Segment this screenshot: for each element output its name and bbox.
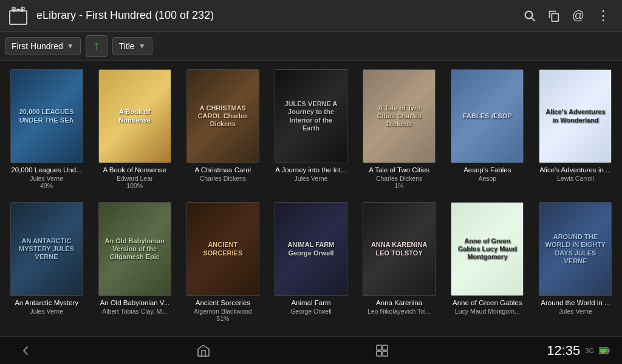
app-title: eLibrary - First Hundred (100 of 232) [36, 9, 518, 22]
book-title-label-b10: Ancient Sorceries [196, 299, 250, 308]
book-title-label-b8: An Antarctic Mystery [15, 299, 78, 308]
book-cover-b3: A CHRISTMAS CAROL Charles Dickens [186, 69, 259, 163]
cover-title-b1: 20,000 LEAGUES UNDER THE SEA [13, 106, 80, 126]
filter-dropdown[interactable]: First Hundred ▼ [5, 37, 81, 55]
book-title-label-b5: A Tale of Two Cities [369, 166, 429, 175]
back-button[interactable] [12, 337, 39, 364]
book-cover-b7: Alice's Adventures in Wonderland [539, 69, 612, 163]
battery-icon: ⚡ [599, 347, 610, 354]
chevron-down-icon-2: ▼ [138, 42, 146, 50]
app-icon [7, 5, 29, 27]
more-menu-button[interactable]: ⋮ [590, 4, 615, 28]
book-author-label-b12: Leo Nikolayevich Tol... [367, 308, 431, 315]
book-grid: 20,000 LEAGUES UNDER THE SEA20,000 Leagu… [0, 61, 622, 336]
book-author-label-b3: Charles Dickens [200, 175, 246, 182]
book-progress-label-b10: 51% [216, 315, 229, 322]
book-title-label-b2: A Book of Nonsense [103, 166, 166, 175]
sort-direction-button[interactable]: ↑ [86, 35, 108, 57]
svg-rect-8 [552, 13, 558, 21]
book-cover-b12: ANNA KARENINA LEO TOLSTOY [363, 202, 436, 296]
recents-button[interactable] [369, 337, 395, 364]
book-cover-b9: An Old Babylonian Version of the Gilgame… [98, 202, 171, 296]
book-title-label-b11: Animal Farm [291, 299, 330, 308]
book-cover-b13: Anne of Green Gables Lucy Maud Montgomer… [451, 202, 524, 296]
home-button[interactable] [190, 337, 217, 364]
book-title-label-b7: Alice's Adventures in ... [539, 166, 612, 175]
cover-title-b7: Alice's Adventures in Wonderland [542, 106, 609, 126]
book-item-b10[interactable]: ANCIENT SORCERIESAncient SorceriesAlgern… [179, 198, 267, 331]
book-cover-b11: ANIMAL FARM George Orwell [275, 202, 347, 296]
book-author-label-b1: Jules Verne [30, 175, 63, 182]
cover-title-b3: A CHRISTMAS CAROL Charles Dickens [190, 102, 256, 131]
book-title-label-b4: A Journey into the Int... [275, 166, 347, 175]
book-author-label-b11: George Orwell [290, 308, 332, 315]
book-author-label-b8: Jules Verne [30, 308, 63, 315]
book-title-label-b14: Around the World in ... [541, 299, 610, 308]
book-cover-b5: A Tale of Two Cities Charles Dickens [363, 69, 436, 163]
book-progress-label-b1: 49% [40, 182, 53, 189]
book-title-label-b9: An Old Babylonian V... [100, 299, 169, 308]
book-item-b3[interactable]: A CHRISTMAS CAROL Charles DickensA Chris… [179, 66, 267, 198]
cover-title-b9: An Old Babylonian Version of the Gilgame… [101, 235, 168, 264]
book-progress-label-b2: 100% [126, 182, 143, 189]
book-item-b11[interactable]: ANIMAL FARM George OrwellAnimal FarmGeor… [267, 198, 355, 331]
book-item-b5[interactable]: A Tale of Two Cities Charles DickensA Ta… [355, 66, 443, 198]
book-item-b4[interactable]: JULES VERNE A Journey to the Interior of… [267, 66, 355, 198]
book-author-label-b7: Lewis Carroll [557, 175, 594, 182]
book-item-b9[interactable]: An Old Babylonian Version of the Gilgame… [91, 198, 179, 331]
chevron-down-icon: ▼ [67, 42, 74, 50]
cover-title-b14: AROUND THE WORLD IN EIGHTY DAYS JULES VE… [542, 231, 609, 268]
book-cover-b6: FABLES ÆSOP [451, 69, 524, 163]
book-author-label-b5: Charles Dickens [376, 175, 422, 182]
book-item-b14[interactable]: AROUND THE WORLD IN EIGHTY DAYS JULES VE… [531, 198, 620, 331]
filter-label: First Hundred [12, 41, 63, 51]
cover-title-b8: AN ANTARCTIC MYSTERY JULES VERNE [13, 235, 80, 264]
network-label: 3G [585, 347, 594, 354]
cover-title-b11: ANIMAL FARM George Orwell [278, 238, 344, 259]
book-item-b8[interactable]: AN ANTARCTIC MYSTERY JULES VERNEAn Antar… [2, 198, 91, 331]
toolbar: First Hundred ▼ ↑ Title ▼ [0, 32, 622, 61]
book-item-b13[interactable]: Anne of Green Gables Lucy Maud Montgomer… [443, 198, 531, 331]
cover-title-b6: FABLES ÆSOP [460, 110, 514, 123]
nav-bar: 12:35 3G ⚡ [0, 336, 622, 364]
svg-line-7 [531, 18, 535, 21]
book-title-label-b12: Anna Karenina [376, 299, 422, 308]
book-cover-b10: ANCIENT SORCERIES [186, 202, 259, 296]
svg-rect-12 [377, 351, 381, 356]
svg-rect-0 [10, 11, 27, 24]
book-author-label-b9: Albert Tobias Clay, M... [102, 308, 167, 315]
book-cover-b14: AROUND THE WORLD IN EIGHTY DAYS JULES VE… [539, 202, 612, 296]
book-title-label-b3: A Christmas Carol [195, 166, 251, 175]
book-item-b1[interactable]: 20,000 LEAGUES UNDER THE SEA20,000 Leagu… [2, 66, 91, 198]
book-author-label-b6: Aesop [478, 175, 496, 182]
app-bar: eLibrary - First Hundred (100 of 232) @ … [0, 0, 622, 32]
book-author-label-b13: Lucy Maud Montgom... [455, 308, 520, 315]
book-cover-b8: AN ANTARCTIC MYSTERY JULES VERNE [10, 202, 83, 296]
book-item-b6[interactable]: FABLES ÆSOPAesop's FablesAesop [443, 66, 531, 198]
cover-title-b4: JULES VERNE A Journey to the Interior of… [278, 98, 344, 135]
clock: 12:35 [547, 343, 580, 359]
svg-text:⚡: ⚡ [601, 349, 606, 354]
copy-button[interactable] [542, 4, 566, 28]
book-cover-b4: JULES VERNE A Journey to the Interior of… [275, 69, 347, 163]
cover-title-b12: ANNA KARENINA LEO TOLSTOY [366, 238, 432, 259]
status-bar: 12:35 3G ⚡ [547, 343, 610, 359]
sort-field-dropdown[interactable]: Title ▼ [112, 37, 152, 55]
cover-title-b13: Anne of Green Gables Lucy Maud Montgomer… [454, 235, 521, 264]
book-title-label-b13: Anne of Green Gables [453, 299, 522, 308]
book-author-label-b14: Jules Verne [559, 308, 592, 315]
book-title-label-b6: Aesop's Fables [463, 166, 511, 175]
svg-rect-13 [383, 351, 388, 356]
book-cover-b1: 20,000 LEAGUES UNDER THE SEA [10, 69, 83, 163]
book-item-b7[interactable]: Alice's Adventures in WonderlandAlice's … [531, 66, 620, 198]
book-cover-b2: A Book of Nonsense [98, 69, 171, 163]
book-item-b12[interactable]: ANNA KARENINA LEO TOLSTOYAnna KareninaLe… [355, 198, 443, 331]
book-item-b2[interactable]: A Book of NonsenseA Book of NonsenseEdwa… [91, 66, 179, 198]
book-title-label-b1: 20,000 Leagues Und... [11, 166, 81, 175]
at-button[interactable]: @ [566, 4, 590, 28]
search-button[interactable] [518, 4, 542, 28]
svg-rect-15 [608, 349, 609, 352]
cover-title-b5: A Tale of Two Cities Charles Dickens [366, 102, 432, 131]
book-author-label-b2: Edward Lear [117, 175, 153, 182]
book-progress-label-b5: 1% [395, 182, 404, 189]
